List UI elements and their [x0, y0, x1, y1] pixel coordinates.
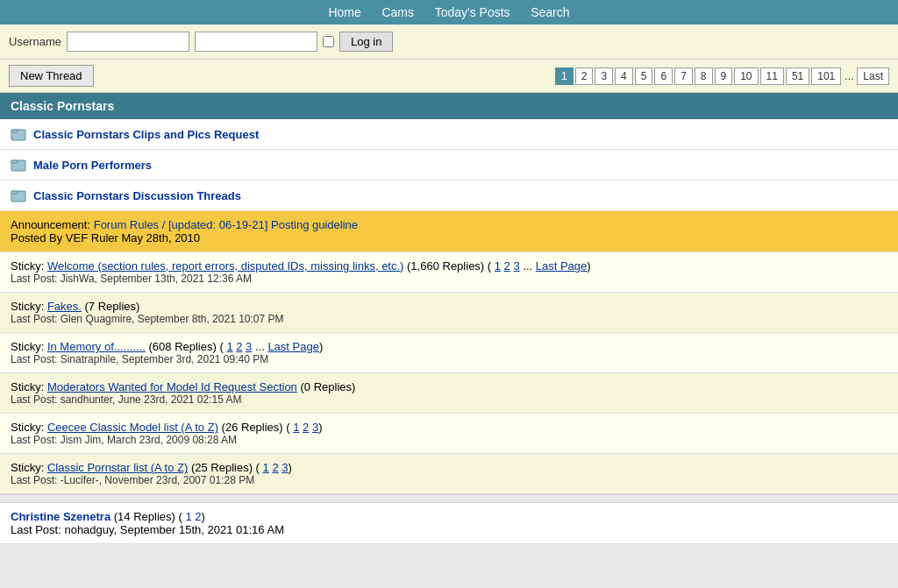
thread-row-1: Christine Szenetra (14 Replies) ( 1 2) L…	[0, 503, 898, 544]
username-input[interactable]	[67, 32, 189, 52]
page-2[interactable]: 2	[575, 67, 594, 85]
page-5[interactable]: 5	[635, 67, 653, 85]
page-7[interactable]: 7	[674, 67, 693, 85]
page-11[interactable]: 11	[760, 67, 784, 85]
sticky-page-3-2[interactable]: 2	[236, 340, 242, 353]
page-10[interactable]: 10	[734, 67, 758, 85]
section-header: Classic Pornstars	[0, 93, 898, 119]
nav-home[interactable]: Home	[328, 5, 360, 19]
password-input[interactable]	[195, 32, 317, 52]
login-bar: Username Log in	[0, 25, 898, 60]
sticky-suffix-3: (608 Replies) (	[146, 340, 226, 353]
page-9[interactable]: 9	[715, 67, 733, 85]
page-6[interactable]: 6	[654, 67, 673, 85]
sticky-page-6-1[interactable]: 1	[263, 461, 269, 474]
username-label: Username	[9, 35, 61, 48]
thread-replies-1: (14 Replies) (	[110, 510, 185, 523]
sticky-prefix-3: Sticky:	[11, 340, 47, 353]
svg-rect-5	[11, 191, 18, 194]
folder-icon-3	[11, 188, 26, 203]
subforum-male: Male Porn Performers	[0, 150, 898, 181]
folder-icon	[11, 126, 26, 142]
sticky-prefix-2: Sticky:	[11, 300, 47, 313]
sticky-last-page-3[interactable]: Last Page	[267, 340, 319, 353]
sticky-prefix-1: Sticky:	[11, 259, 47, 273]
sticky-prefix-6: Sticky:	[11, 461, 47, 474]
page-dots: ...	[843, 68, 855, 84]
sticky-lastpost-6: Last Post: -Lucifer-, November 23rd, 200…	[11, 474, 887, 486]
sticky-lastpost-4: Last Post: sandhunter, June 23rd, 2021 0…	[11, 393, 887, 406]
sticky-lastpost-5: Last Post: Jism Jim, March 23rd, 2009 08…	[11, 434, 887, 446]
svg-rect-3	[11, 160, 18, 163]
sticky-page-1-3[interactable]: 3	[513, 259, 519, 273]
sticky-suffix-6: (25 Replies) (	[188, 461, 262, 474]
sticky-row-2: Sticky: Fakes. (7 Replies) Last Post: Gl…	[0, 293, 898, 333]
sticky-row-1: Sticky: Welcome (section rules, report e…	[0, 252, 898, 293]
folder-icon-2	[11, 157, 26, 173]
page-51[interactable]: 51	[786, 67, 809, 85]
sticky-link-3[interactable]: In Memory of..........	[47, 340, 146, 353]
sticky-link-4[interactable]: Moderators Wanted for Model Id Request S…	[47, 380, 297, 393]
sticky-page-3-3[interactable]: 3	[246, 340, 252, 353]
sticky-row-4: Sticky: Moderators Wanted for Model Id R…	[0, 373, 898, 414]
sticky-lastpost-2: Last Post: Glen Quagmire, September 8th,…	[11, 313, 887, 325]
sticky-link-6[interactable]: Classic Pornstar list (A to Z)	[47, 461, 188, 474]
sticky-page-5-1[interactable]: 1	[293, 421, 299, 434]
subforum-discussion: Classic Pornstars Discussion Threads	[0, 181, 898, 211]
sticky-page-5-2[interactable]: 2	[303, 421, 309, 434]
sticky-row-3: Sticky: In Memory of.......... (608 Repl…	[0, 333, 898, 373]
nav-search[interactable]: Search	[531, 5, 569, 19]
remember-me-container	[323, 36, 334, 47]
sticky-suffix-5: (26 Replies) (	[218, 421, 293, 434]
subforum-clips-link[interactable]: Classic Pornstars Clips and Pics Request	[33, 128, 259, 141]
sticky-link-5[interactable]: Ceecee Classic Model list (A to Z)	[47, 421, 218, 434]
sticky-lastpost-3: Last Post: Sinatraphile, September 3rd, …	[11, 353, 887, 365]
top-navigation: Home Cams Today's Posts Search	[0, 0, 898, 25]
sticky-prefix-4: Sticky:	[11, 380, 47, 393]
page-101[interactable]: 101	[811, 67, 841, 85]
sticky-page-6-2[interactable]: 2	[272, 461, 278, 474]
divider	[0, 494, 898, 503]
sticky-suffix-4: (0 Replies)	[297, 380, 355, 393]
page-4[interactable]: 4	[615, 67, 633, 85]
login-button[interactable]: Log in	[339, 32, 393, 52]
sticky-row-5: Sticky: Ceecee Classic Model list (A to …	[0, 414, 898, 454]
sticky-page-1-1[interactable]: 1	[495, 259, 501, 273]
announcement-prefix: Announcement:	[11, 218, 90, 231]
pagination: 1 2 3 4 5 6 7 8 9 10 11 51 101 ... Last	[555, 67, 889, 85]
sticky-prefix-5: Sticky:	[11, 421, 47, 434]
announcement-row: Announcement: Forum Rules / [updated: 06…	[0, 211, 898, 252]
sticky-last-page-1[interactable]: Last Page	[536, 259, 588, 273]
remember-me-checkbox[interactable]	[323, 36, 334, 47]
sticky-suffix-1: (1,660 Replies) (	[403, 259, 494, 273]
sticky-page-1-2[interactable]: 2	[504, 259, 510, 273]
sticky-lastpost-1: Last Post: JishWa, September 13th, 2021 …	[11, 273, 887, 285]
sticky-row-6: Sticky: Classic Pornstar list (A to Z) (…	[0, 454, 898, 494]
announcement-link[interactable]: Forum Rules / [updated: 06-19-21] Postin…	[94, 218, 358, 231]
svg-rect-1	[11, 130, 18, 132]
sticky-link-2[interactable]: Fakes.	[47, 300, 82, 313]
page-3[interactable]: 3	[595, 67, 613, 85]
subforum-discussion-link[interactable]: Classic Pornstars Discussion Threads	[33, 189, 241, 202]
sticky-suffix-2: (7 Replies)	[82, 300, 139, 313]
subforum-male-link[interactable]: Male Porn Performers	[33, 159, 152, 172]
announcement-posted: Posted By VEF Ruler May 28th, 2010	[11, 231, 200, 244]
page-1[interactable]: 1	[555, 67, 574, 85]
page-last[interactable]: Last	[857, 67, 889, 85]
sticky-page-3-1[interactable]: 1	[226, 340, 232, 353]
nav-todays-posts[interactable]: Today's Posts	[435, 5, 510, 19]
thread-link-1[interactable]: Christine Szenetra	[11, 510, 110, 523]
thread-lastpost-1: Last Post: nohadguy, September 15th, 202…	[11, 523, 887, 536]
thread-page-1-2[interactable]: 2	[195, 510, 201, 523]
toolbar: New Thread 1 2 3 4 5 6 7 8 9 10 11 51 10…	[0, 60, 898, 93]
subforum-clips: Classic Pornstars Clips and Pics Request	[0, 119, 898, 150]
new-thread-button[interactable]: New Thread	[9, 65, 94, 87]
page-8[interactable]: 8	[695, 67, 713, 85]
sticky-link-1[interactable]: Welcome (section rules, report errors, d…	[47, 259, 404, 273]
nav-cams[interactable]: Cams	[381, 5, 414, 19]
section-title: Classic Pornstars	[11, 99, 114, 113]
thread-page-1-1[interactable]: 1	[185, 510, 191, 523]
